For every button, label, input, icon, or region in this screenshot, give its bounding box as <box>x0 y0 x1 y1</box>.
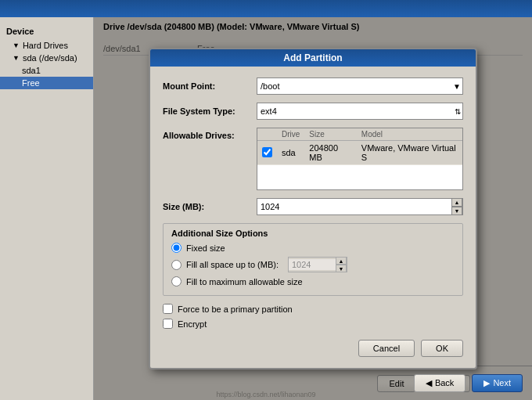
size-row: Size (MB): ▲ ▼ <box>163 198 463 215</box>
fill-up-to-row: Fill all space up to (MB): ▲ ▼ <box>171 257 455 272</box>
fill-up-to-label: Fill all space up to (MB): <box>186 260 279 269</box>
fixed-size-label: Fixed size <box>186 243 225 253</box>
drives-row-model: VMware, VMware Virtual S <box>357 141 462 165</box>
modal-body: Mount Point: /boot / /home /tmp /var swa… <box>150 67 476 368</box>
filesystem-type-row: File System Type: ext4 ext3 ext2 xfs btr… <box>163 103 463 120</box>
primary-partition-label: Force to be a primary partition <box>178 305 293 314</box>
sidebar-label-sda1: sda1 <box>22 66 41 75</box>
back-label: Back <box>435 378 454 387</box>
fixed-size-radio[interactable] <box>171 243 182 253</box>
fill-spinner: ▲ ▼ <box>336 257 347 272</box>
primary-partition-checkbox[interactable] <box>163 304 173 314</box>
drives-col-check <box>257 128 277 141</box>
filesystem-type-select-wrapper[interactable]: ext4 ext3 ext2 xfs btrfs swap ⇅ <box>257 103 463 120</box>
size-label: Size (MB): <box>163 202 257 211</box>
modal-buttons: Cancel OK <box>163 333 463 357</box>
mount-point-row: Mount Point: /boot / /home /tmp /var swa… <box>163 77 463 95</box>
arrow-icon: ▼ <box>13 41 20 49</box>
next-button[interactable]: ▶ Next <box>472 374 523 392</box>
sidebar-label-free: Free <box>22 78 40 88</box>
mount-point-select[interactable]: /boot / /home /tmp /var swap <box>257 78 462 94</box>
drives-col-model: Model <box>357 128 462 141</box>
drives-row-size: 204800 MB <box>304 141 356 165</box>
sidebar-item-sda1[interactable]: sda1 <box>0 64 93 77</box>
sidebar-item-sda-group[interactable]: ▼ sda (/dev/sda) <box>0 52 93 64</box>
drives-row-drive: sda <box>277 141 304 165</box>
next-arrow-icon: ▶ <box>483 378 490 388</box>
drive-checkbox[interactable] <box>262 147 272 157</box>
mount-point-select-wrapper[interactable]: /boot / /home /tmp /var swap ▼ <box>257 77 463 95</box>
fill-up-to-radio[interactable] <box>171 260 182 270</box>
fill-up-to-input-wrapper[interactable]: ▲ ▼ <box>288 257 347 272</box>
title-bar <box>0 0 532 17</box>
sidebar-label-hard-drives: Hard Drives <box>23 41 68 50</box>
drives-table-row: sda 204800 MB VMware, VMware Virtual S <box>257 141 462 165</box>
drives-col-drive: Drive <box>277 128 304 141</box>
bottom-navigation: ◀ Back ▶ Next <box>404 366 532 400</box>
arrow-icon-2: ▼ <box>13 54 20 62</box>
modal-title: Add Partition <box>150 49 476 67</box>
filesystem-type-select[interactable]: ext4 ext3 ext2 xfs btrfs swap <box>257 103 462 119</box>
drives-col-size: Size <box>304 128 356 141</box>
back-arrow-icon: ◀ <box>426 378 432 388</box>
encrypt-checkbox[interactable] <box>163 319 173 329</box>
drives-table: Drive Size Model <box>257 128 462 165</box>
primary-partition-row: Force to be a primary partition <box>163 304 463 314</box>
fill-increment-button[interactable]: ▲ <box>336 257 347 265</box>
allowable-drives-label: Allowable Drives: <box>163 128 257 140</box>
fixed-size-row: Fixed size <box>171 243 455 253</box>
additional-size-options-title: Additional Size Options <box>171 229 455 238</box>
size-spinner: ▲ ▼ <box>451 198 462 215</box>
ok-button[interactable]: OK <box>421 340 463 357</box>
encrypt-label: Encrypt <box>178 319 207 329</box>
cancel-button[interactable]: Cancel <box>358 340 415 357</box>
sidebar: Device ▼ Hard Drives ▼ sda (/dev/sda) sd… <box>0 17 94 400</box>
size-decrement-button[interactable]: ▼ <box>451 207 462 215</box>
size-increment-button[interactable]: ▲ <box>451 198 462 207</box>
sidebar-item-hard-drives[interactable]: ▼ Hard Drives <box>0 39 93 52</box>
fill-max-radio[interactable] <box>171 276 182 286</box>
drives-table-container[interactable]: Drive Size Model <box>257 128 463 190</box>
fill-decrement-button[interactable]: ▼ <box>336 265 347 272</box>
size-input[interactable] <box>257 200 451 213</box>
add-partition-dialog: Add Partition Mount Point: /boot / /home… <box>149 48 477 369</box>
fill-up-to-input[interactable] <box>289 259 336 270</box>
filesystem-type-label: File System Type: <box>163 106 257 116</box>
sidebar-item-free[interactable]: Free <box>0 77 93 89</box>
drives-row-check[interactable] <box>257 141 277 165</box>
next-label: Next <box>493 378 511 387</box>
sidebar-label-sda-group: sda (/dev/sda) <box>23 53 77 63</box>
sidebar-title: Device <box>0 23 93 39</box>
additional-size-options: Additional Size Options Fixed size Fill … <box>163 223 463 296</box>
allowable-drives-row: Allowable Drives: Drive Size Model <box>163 128 463 190</box>
encrypt-row: Encrypt <box>163 319 463 329</box>
size-input-wrapper[interactable]: ▲ ▼ <box>257 198 463 215</box>
modal-overlay: Add Partition Mount Point: /boot / /home… <box>94 17 532 400</box>
fill-max-row: Fill to maximum allowable size <box>171 276 455 286</box>
mount-point-label: Mount Point: <box>163 81 257 91</box>
fill-max-label: Fill to maximum allowable size <box>186 277 303 286</box>
content-area: Drive /dev/sda (204800 MB) (Model: VMwar… <box>94 17 532 400</box>
back-button[interactable]: ◀ Back <box>414 374 466 392</box>
